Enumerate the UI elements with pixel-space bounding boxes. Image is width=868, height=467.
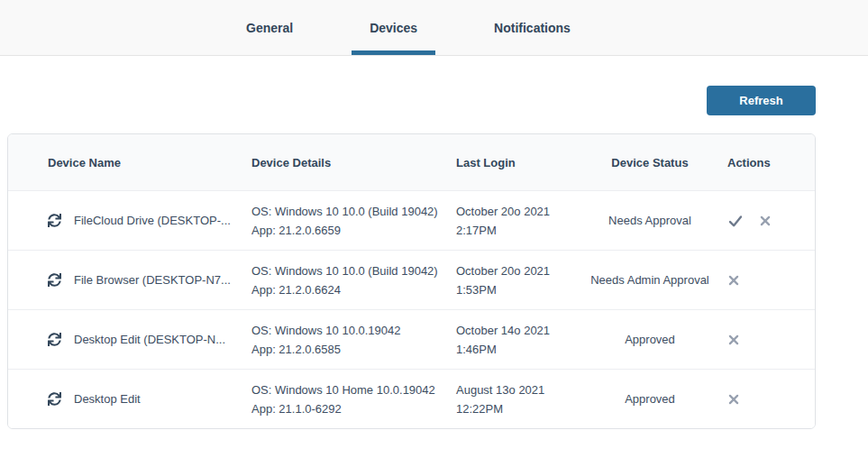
last-login-date: October 14o 2021 (456, 321, 587, 340)
last-login-time: 1:46PM (456, 340, 587, 359)
remove-x-icon[interactable] (727, 334, 740, 346)
last-login-time: 12:22PM (456, 399, 587, 418)
device-name: Desktop Edit (DESKTOP-N... (74, 333, 225, 346)
last-login-date: August 13o 2021 (456, 380, 587, 399)
table-row: Desktop Edit OS: Windows 10 Home 10.0.19… (8, 369, 815, 428)
column-header-device-details: Device Details (251, 156, 456, 169)
device-status: Approved (587, 333, 713, 346)
remove-x-icon[interactable] (727, 274, 740, 287)
last-login-date: October 20o 2021 (456, 261, 587, 280)
last-login-time: 1:53PM (456, 280, 587, 299)
device-name: FileCloud Drive (DESKTOP-... (74, 214, 231, 227)
sync-icon[interactable] (48, 273, 61, 287)
sync-icon[interactable] (48, 333, 61, 346)
column-header-device-name: Device Name (8, 156, 251, 169)
device-os: OS: Windows 10 10.0.19042 (251, 321, 456, 340)
remove-x-icon[interactable] (727, 393, 740, 406)
sync-icon[interactable] (48, 214, 61, 227)
device-os: OS: Windows 10 10.0 (Build 19042) (251, 202, 456, 221)
column-header-last-login: Last Login (456, 156, 587, 169)
table-row: Desktop Edit (DESKTOP-N... OS: Windows 1… (8, 309, 815, 369)
column-header-actions: Actions (713, 156, 815, 169)
device-status: Needs Admin Approval (587, 273, 713, 287)
device-name: File Browser (DESKTOP-N7... (74, 273, 231, 287)
device-status: Needs Approval (587, 214, 713, 227)
device-app-version: App: 21.2.0.6624 (251, 280, 456, 299)
last-login-time: 2:17PM (456, 221, 587, 240)
remove-x-icon[interactable] (759, 215, 772, 227)
device-app-version: App: 21.2.0.6659 (251, 221, 456, 240)
device-os: OS: Windows 10 Home 10.0.19042 (251, 380, 456, 399)
tab-notifications[interactable]: Notifications (476, 0, 589, 55)
device-status: Approved (587, 392, 713, 406)
toolbar: Refresh (7, 86, 816, 115)
device-app-version: App: 21.1.0-6292 (251, 399, 456, 418)
approve-check-icon[interactable] (727, 213, 744, 229)
sync-icon[interactable] (48, 392, 61, 406)
column-header-device-status: Device Status (587, 156, 713, 169)
devices-table: Device Name Device Details Last Login De… (7, 133, 816, 429)
tab-general[interactable]: General (228, 0, 311, 55)
last-login-date: October 20o 2021 (456, 202, 587, 221)
device-app-version: App: 21.2.0.6585 (251, 340, 456, 359)
device-os: OS: Windows 10 10.0 (Build 19042) (251, 261, 456, 280)
table-row: File Browser (DESKTOP-N7... OS: Windows … (8, 250, 815, 309)
device-name: Desktop Edit (74, 392, 141, 406)
settings-tab-bar: General Devices Notifications (0, 0, 868, 56)
tab-devices[interactable]: Devices (352, 0, 435, 55)
refresh-button[interactable]: Refresh (707, 86, 816, 115)
table-header-row: Device Name Device Details Last Login De… (8, 134, 815, 190)
table-row: FileCloud Drive (DESKTOP-... OS: Windows… (8, 190, 815, 250)
